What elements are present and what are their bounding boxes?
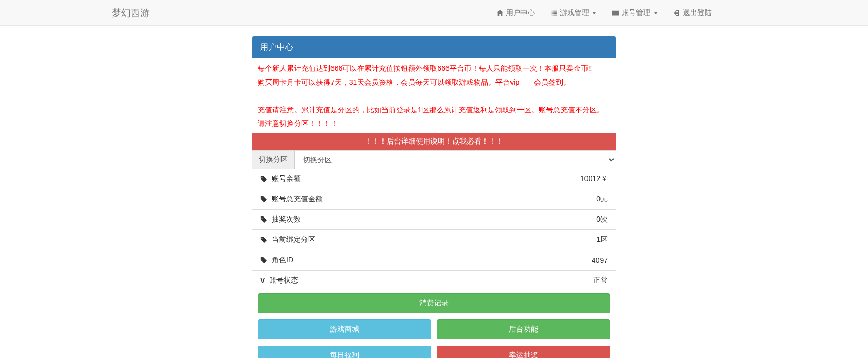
home-icon <box>496 9 504 17</box>
nav-label: 退出登陆 <box>683 8 712 18</box>
consume-record-button[interactable]: 消费记录 <box>258 293 610 313</box>
info-value: 4097 <box>592 256 608 264</box>
zone-label: 切换分区 <box>252 151 295 169</box>
brand-link[interactable]: 梦幻西游 <box>8 7 149 19</box>
main-container: 用户中心 每个新人累计充值达到666可以在累计充值按钮额外领取666平台币！每人… <box>252 36 616 358</box>
navbar: 梦幻西游 用户中心 游戏管理 账号管理 退出登陆 <box>0 0 868 26</box>
logout-icon <box>673 9 681 17</box>
tag-icon <box>260 257 267 264</box>
button-row-1: 消费记录 <box>252 290 616 316</box>
caret-icon <box>654 12 658 14</box>
info-role-id: 角色ID 4097 <box>252 250 616 270</box>
user-center-panel: 用户中心 每个新人累计充值达到666可以在累计充值按钮额外领取666平台币！每人… <box>252 36 616 358</box>
panel-title: 用户中心 <box>252 37 616 58</box>
tag-icon <box>260 175 267 183</box>
info-current-zone: 当前绑定分区 1区 <box>252 229 616 250</box>
alert-bar[interactable]: ！！！后台详细使用说明！点我必看！！！ <box>252 133 616 150</box>
info-value: 0元 <box>596 195 608 204</box>
nav-user-center[interactable]: 用户中心 <box>496 8 535 18</box>
button-row-3: 每日福利 幸运抽奖 <box>252 342 616 358</box>
info-value: 0次 <box>596 215 608 224</box>
notice-block: 每个新人累计充值达到666可以在累计充值按钮额外领取666平台币！每人只能领取一… <box>252 58 616 133</box>
zone-switch-group: 切换分区 切换分区 <box>252 150 616 169</box>
info-list: 账号余额 10012￥ 账号总充值金额 0元 抽奖次数 0次 当前绑定分区 1区… <box>252 169 616 290</box>
info-account-status: V 账号状态 正常 <box>252 270 616 290</box>
info-label: 账号总充值金额 <box>272 195 323 204</box>
tag-icon <box>260 216 267 223</box>
notice-line-3: 充值请注意。累计充值是分区的，比如当前登录是1区那么累计充值返利是领取到一区。账… <box>258 103 610 131</box>
list-icon <box>551 9 558 17</box>
info-label: 账号状态 <box>269 276 298 285</box>
daily-welfare-button[interactable]: 每日福利 <box>258 346 431 358</box>
lucky-draw-button[interactable]: 幸运抽奖 <box>437 346 610 358</box>
nav-label: 游戏管理 <box>560 8 589 18</box>
nav-logout[interactable]: 退出登陆 <box>673 8 712 18</box>
game-shop-button[interactable]: 游戏商城 <box>258 319 431 339</box>
nav-label: 账号管理 <box>621 8 650 18</box>
info-label: 当前绑定分区 <box>272 235 315 245</box>
nav-account-manage[interactable]: 账号管理 <box>612 8 658 18</box>
v-icon: V <box>260 276 265 285</box>
info-value: 正常 <box>593 276 608 285</box>
info-label: 角色ID <box>272 255 293 265</box>
notice-line-2: 购买周卡月卡可以获得7天，31天会员资格，会员每天可以领取游戏物品。平台vip—… <box>258 75 610 90</box>
nav-label: 用户中心 <box>506 8 535 18</box>
navbar-nav: 用户中心 游戏管理 账号管理 退出登陆 <box>489 8 860 18</box>
notice-line-1: 每个新人累计充值达到666可以在累计充值按钮额外领取666平台币！每人只能领取一… <box>258 61 610 75</box>
backend-button[interactable]: 后台功能 <box>437 319 610 339</box>
nav-game-manage[interactable]: 游戏管理 <box>551 8 596 18</box>
tag-icon <box>260 236 267 244</box>
caret-icon <box>592 12 596 14</box>
card-icon <box>612 9 619 17</box>
info-balance: 账号余额 10012￥ <box>252 169 616 189</box>
button-row-2: 游戏商城 后台功能 <box>252 316 616 342</box>
info-value: 10012￥ <box>580 174 608 184</box>
zone-select[interactable]: 切换分区 <box>295 151 616 169</box>
info-value: 1区 <box>596 235 608 245</box>
info-total-recharge: 账号总充值金额 0元 <box>252 189 616 209</box>
info-label: 抽奖次数 <box>272 215 301 224</box>
tag-icon <box>260 196 267 203</box>
info-lottery-count: 抽奖次数 0次 <box>252 209 616 229</box>
info-label: 账号余额 <box>272 174 301 184</box>
